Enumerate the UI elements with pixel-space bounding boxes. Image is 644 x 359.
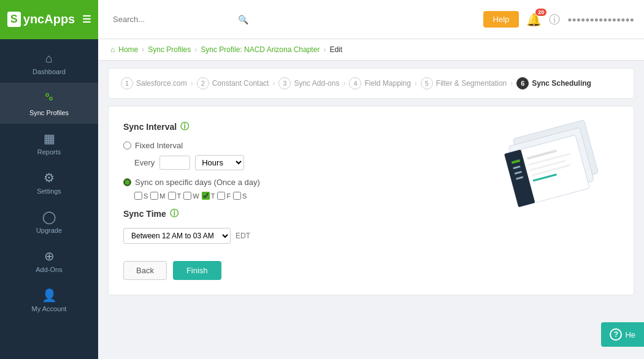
bar-chart-icon: ▦ — [44, 131, 55, 146]
day-sunday: S — [134, 192, 148, 200]
step-label-3: Sync Add-ons — [294, 79, 339, 88]
specific-days-radio[interactable] — [123, 178, 131, 186]
sidebar-label-sync-profiles: Sync Profiles — [29, 109, 69, 116]
timezone-label: EDT — [236, 232, 250, 240]
step-wizard: 1 Salesforce.com › 2 Constant Contact › … — [108, 68, 634, 99]
day-saturday-label: S — [242, 192, 247, 200]
wizard-step-1[interactable]: 1 Salesforce.com — [121, 77, 187, 89]
info-icon[interactable]: ⓘ — [549, 12, 560, 27]
back-button[interactable]: Back — [123, 261, 167, 280]
step-label-5: Filter & Segmentation — [436, 79, 507, 88]
day-saturday-checkbox[interactable] — [233, 192, 241, 200]
day-sunday-label: S — [144, 192, 148, 200]
sync-time-info-icon[interactable]: ⓘ — [170, 208, 178, 219]
step-label-6: Sync Scheduling — [532, 79, 591, 88]
plus-circle-icon: ⊕ — [44, 249, 55, 263]
sync-time-title-text: Sync Time — [123, 209, 166, 219]
finish-button[interactable]: Finish — [173, 261, 221, 280]
hamburger-icon[interactable]: ☰ — [82, 13, 91, 25]
step-sep-3: › — [343, 79, 345, 88]
every-input[interactable] — [159, 156, 190, 170]
wizard-step-2[interactable]: 2 Constant Contact — [197, 77, 269, 89]
sync-interval-info-icon[interactable]: ⓘ — [180, 121, 189, 132]
help-float-button[interactable]: ? He — [601, 322, 644, 347]
navbar: S yncApps ☰ 🔍 Help 🔔 20 ⓘ ●●●●●●●●●●●●●●… — [0, 0, 644, 39]
day-tuesday-checkbox[interactable] — [168, 192, 176, 200]
logo-area: S yncApps ☰ — [0, 0, 98, 39]
time-row: Between 12 AM to 03 AM Between 03 AM to … — [123, 228, 619, 244]
breadcrumb-sep-3: › — [323, 45, 326, 54]
sidebar-item-sync-profiles[interactable]: Sync Profiles — [0, 83, 98, 124]
day-wednesday: W — [183, 192, 199, 200]
logo-text-part: yncApps — [23, 12, 75, 26]
sidebar-item-add-ons[interactable]: ⊕ Add-Ons — [0, 241, 98, 281]
search-icon: 🔍 — [238, 15, 248, 25]
sidebar-item-upgrade[interactable]: ◯ Upgrade — [0, 202, 98, 241]
sidebar-label-my-account: My Account — [32, 305, 67, 312]
day-thursday-label: T — [211, 192, 215, 200]
day-wednesday-label: W — [193, 192, 199, 200]
day-thursday: T — [202, 192, 215, 200]
breadcrumb-sep-2: › — [194, 45, 197, 54]
sidebar-item-settings[interactable]: ⚙ Settings — [0, 163, 98, 202]
hours-select[interactable]: Hours Minutes Days — [195, 155, 244, 170]
help-button[interactable]: Help — [483, 11, 519, 28]
content-area: ⌂ Home › Sync Profiles › Sync Profile: N… — [98, 39, 644, 359]
wizard-step-3[interactable]: 3 Sync Add-ons — [278, 77, 339, 89]
step-num-4: 4 — [349, 77, 361, 89]
day-tuesday: T — [168, 192, 182, 200]
search-area: 🔍 — [113, 15, 483, 25]
breadcrumb-current: Edit — [329, 45, 342, 54]
day-saturday: S — [233, 192, 247, 200]
notifications-button[interactable]: 🔔 20 — [526, 12, 542, 27]
sidebar-label-add-ons: Add-Ons — [36, 266, 62, 273]
step-label-4: Field Mapping — [364, 79, 410, 88]
day-thursday-checkbox[interactable] — [202, 192, 210, 200]
sidebar-item-reports[interactable]: ▦ Reports — [0, 124, 98, 163]
wizard-step-4[interactable]: 4 Field Mapping — [349, 77, 410, 89]
gears-icon — [42, 90, 56, 107]
wizard-step-6[interactable]: 6 Sync Scheduling — [516, 77, 591, 89]
step-num-6: 6 — [516, 77, 529, 89]
breadcrumb-profile[interactable]: Sync Profile: NACD Arizona Chapter — [201, 45, 320, 54]
step-sep-1: › — [191, 79, 193, 88]
specific-days-label: Sync on specific days (Once a day) — [135, 178, 260, 187]
sidebar-item-dashboard[interactable]: ⌂ Dashboard — [0, 44, 98, 83]
step-sep-4: › — [415, 79, 417, 88]
decorative-image — [486, 119, 609, 229]
sidebar: ⌂ Dashboard Sync Profiles ▦ Reports ⚙ Se… — [0, 39, 98, 359]
step-num-1: 1 — [121, 77, 133, 89]
house-icon: ⌂ — [45, 51, 53, 66]
search-input[interactable] — [113, 15, 236, 24]
step-sep-5: › — [510, 79, 513, 88]
check-circle-icon: ◯ — [42, 210, 56, 224]
step-num-3: 3 — [278, 77, 291, 89]
sync-interval-title-text: Sync Interval — [123, 122, 177, 132]
fixed-interval-radio[interactable] — [123, 142, 131, 149]
user-email: ●●●●●●●●●●●●●●● — [567, 15, 634, 24]
day-monday: M — [150, 192, 165, 200]
sidebar-label-dashboard: Dashboard — [33, 68, 66, 75]
main-layout: ⌂ Dashboard Sync Profiles ▦ Reports ⚙ Se… — [0, 39, 644, 359]
gear-icon: ⚙ — [44, 170, 55, 185]
wizard-step-5[interactable]: 5 Filter & Segmentation — [421, 77, 507, 89]
time-range-select[interactable]: Between 12 AM to 03 AM Between 03 AM to … — [123, 228, 231, 244]
sidebar-label-reports: Reports — [37, 148, 61, 156]
step-num-5: 5 — [421, 77, 433, 89]
home-icon: ⌂ — [110, 45, 115, 54]
day-monday-checkbox[interactable] — [150, 192, 158, 200]
logo: S yncApps ☰ — [7, 12, 91, 27]
breadcrumb-home[interactable]: Home — [118, 45, 138, 54]
sidebar-label-settings: Settings — [37, 187, 61, 195]
day-sunday-checkbox[interactable] — [134, 192, 142, 200]
day-friday-label: F — [226, 192, 231, 200]
breadcrumb-sep-1: › — [142, 45, 144, 54]
day-monday-label: M — [159, 192, 165, 200]
step-label-2: Constant Contact — [212, 79, 269, 88]
svg-point-3 — [50, 98, 52, 99]
day-friday-checkbox[interactable] — [217, 192, 225, 200]
sidebar-item-my-account[interactable]: 👤 My Account — [0, 281, 98, 320]
breadcrumb-sync-profiles[interactable]: Sync Profiles — [148, 45, 191, 54]
person-icon: 👤 — [42, 288, 57, 303]
day-wednesday-checkbox[interactable] — [183, 192, 191, 200]
